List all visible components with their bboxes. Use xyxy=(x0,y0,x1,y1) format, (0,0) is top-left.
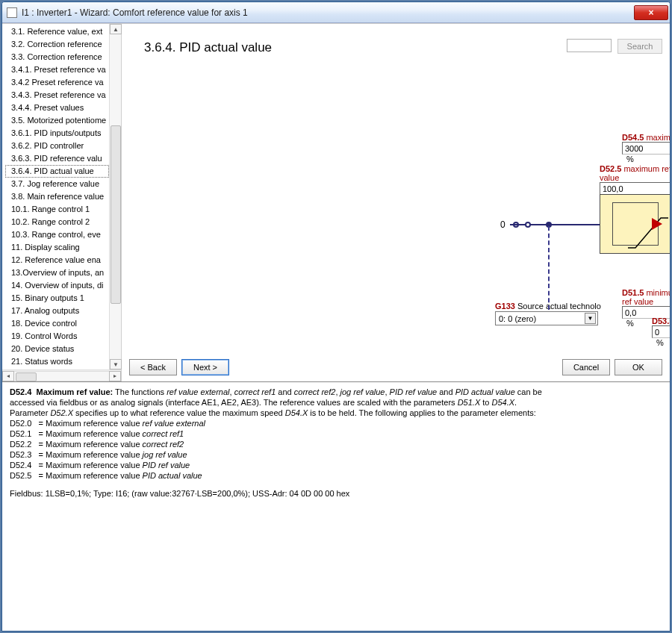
tree-item[interactable]: 19. Control Words xyxy=(5,330,109,343)
help-panel: D52.4 Maximum ref value: The functions r… xyxy=(2,382,670,631)
scroll-right-icon[interactable]: ▸ xyxy=(109,371,121,381)
tree-item[interactable]: 14. Overview of inputs, di xyxy=(5,279,109,292)
dashed-wire xyxy=(548,226,550,310)
close-icon: × xyxy=(648,7,653,18)
param-code: G133 xyxy=(495,302,515,311)
param-desc: maximum speed xyxy=(646,133,671,142)
param-desc: Source actual technolo xyxy=(517,302,601,311)
nav-tree-wrap: 3.1. Reference value, ext3.2. Correction… xyxy=(2,24,122,381)
tree-vscrollbar[interactable]: ▲ ▼ xyxy=(109,24,121,369)
hscroll-track[interactable] xyxy=(14,371,109,381)
tree-item[interactable]: 10.1. Range control 1 xyxy=(5,203,109,216)
tree-item[interactable]: 3.3. Correction reference xyxy=(5,51,109,63)
ok-button[interactable]: OK xyxy=(615,359,662,375)
tree-item[interactable]: 3.5. Motorized potentiome xyxy=(5,114,109,127)
scroll-left-icon[interactable]: ◂ xyxy=(2,371,14,381)
next-button[interactable]: Next > xyxy=(181,359,229,375)
titlebar: I1 : Inverter1 - Wizard: Comfort referen… xyxy=(2,2,670,23)
ramp-icon xyxy=(626,212,670,252)
param-d53-5: D53.5 minimum speed % xyxy=(652,316,671,347)
param-code: D51.5 xyxy=(622,288,644,297)
tree-item[interactable]: 3.4.3. Preset reference va xyxy=(5,89,109,102)
diagram: D54.5 maximum speed % D52.5 maximum ref … xyxy=(256,99,662,344)
window: I1 : Inverter1 - Wizard: Comfort referen… xyxy=(1,1,671,632)
output-arrow-icon xyxy=(652,218,662,230)
help-row: D52.5 = Maximum reference value PID actu… xyxy=(10,470,662,481)
help-row: D52.2 = Maximum reference value correct … xyxy=(10,439,662,449)
upper-pane: 3.1. Reference value, ext3.2. Correction… xyxy=(2,24,670,382)
help-line1: D52.4 Maximum ref value: The functions r… xyxy=(10,387,662,397)
wizard-buttons: < Back Next > Cancel OK xyxy=(122,358,670,377)
help-row: D52.4 = Maximum reference value PID ref … xyxy=(10,460,662,470)
d52-5-input[interactable] xyxy=(600,182,671,195)
tree-hscrollbar[interactable]: ◂ ▸ xyxy=(2,369,121,381)
tree-item[interactable]: 3.2. Correction reference xyxy=(5,38,109,51)
d53-5-input[interactable] xyxy=(652,325,671,338)
node-open-icon xyxy=(525,222,531,228)
back-button[interactable]: < Back xyxy=(129,359,177,375)
unit: % xyxy=(626,319,634,328)
help-footer: Fieldbus: 1LSB=0,1%; Type: I16; (raw val… xyxy=(10,488,662,499)
hscroll-thumb[interactable] xyxy=(16,372,37,381)
help-row: D52.1 = Maximum reference value correct … xyxy=(10,428,662,439)
g133-dropdown[interactable]: 0: 0 (zero) ▼ xyxy=(495,311,598,325)
cancel-button[interactable]: Cancel xyxy=(562,359,610,375)
search-input[interactable] xyxy=(567,39,612,52)
tree-item[interactable]: 3.7. Jog reference value xyxy=(5,178,109,190)
unit: % xyxy=(626,155,634,163)
help-row: D52.3 = Maximum reference value jog ref … xyxy=(10,449,662,460)
tree-item[interactable]: 3.4.4. Preset values xyxy=(5,102,109,114)
tree-item[interactable]: 3.6.3. PID reference valu xyxy=(5,152,109,165)
tree-item[interactable]: 3.1. Reference value, ext xyxy=(5,25,109,38)
param-code: D52.5 xyxy=(600,164,621,173)
help-line2: accessed via fieldbus or as analog signa… xyxy=(10,397,662,408)
vscroll-thumb[interactable] xyxy=(111,125,121,304)
param-code: D54.5 xyxy=(622,133,644,142)
app-icon xyxy=(7,7,17,18)
body: 3.1. Reference value, ext3.2. Correction… xyxy=(2,23,670,631)
tree-item[interactable]: 20. Device status xyxy=(5,343,109,355)
tree-item[interactable]: 15. Binary outputs 1 xyxy=(5,292,109,305)
scroll-down-icon[interactable]: ▼ xyxy=(110,359,122,369)
tree-item[interactable]: 3.6.2. PID controller xyxy=(5,140,109,152)
window-title: I1 : Inverter1 - Wizard: Comfort referen… xyxy=(22,7,629,18)
zero-label: 0 xyxy=(500,218,509,231)
tree-item[interactable]: 12. Reference value ena xyxy=(5,254,109,266)
tree-item[interactable]: 17. Analog outputs xyxy=(5,305,109,317)
tree-item[interactable]: 18. Device control xyxy=(5,317,109,330)
tree-item[interactable]: 10.2. Range control 2 xyxy=(5,216,109,228)
main-panel: 3.6.4. PID actual value Search D54.5 max… xyxy=(122,24,670,381)
d54-5-input[interactable] xyxy=(622,142,671,155)
tree-item[interactable]: 11. Display scaling xyxy=(5,241,109,254)
tree-item[interactable]: 13.Overview of inputs, an xyxy=(5,266,109,279)
help-row: D52.0 = Maximum reference value ref valu… xyxy=(10,418,662,428)
param-d54-5: D54.5 maximum speed % xyxy=(622,133,671,163)
page-title: 3.6.4. PID actual value xyxy=(144,40,272,55)
unit: % xyxy=(656,338,664,347)
nav-tree[interactable]: 3.1. Reference value, ext3.2. Correction… xyxy=(2,24,109,369)
help-line3: Parameter D52.X specifies up to what ref… xyxy=(10,408,662,418)
vscroll-track[interactable] xyxy=(110,34,121,359)
chevron-down-icon: ▼ xyxy=(585,313,596,324)
tree-item[interactable]: 3.4.1. Preset reference va xyxy=(5,63,109,76)
tree-item[interactable]: 3.4.2 Preset reference va xyxy=(5,76,109,89)
tree-item[interactable]: 3.8. Main reference value xyxy=(5,190,109,203)
help-rows: D52.0 = Maximum reference value ref valu… xyxy=(10,418,662,481)
scroll-up-icon[interactable]: ▲ xyxy=(110,24,122,34)
tree-item[interactable]: 10.3. Range control, eve xyxy=(5,228,109,241)
dropdown-value: 0: 0 (zero) xyxy=(499,314,536,323)
tree-item[interactable]: 3.6.4. PID actual value xyxy=(5,165,109,178)
tree-item[interactable]: 21. Status words xyxy=(5,355,109,368)
close-button[interactable]: × xyxy=(634,5,668,20)
param-code: D53.5 xyxy=(652,316,671,325)
tree-item[interactable]: 3.6.1. PID inputs/outputs xyxy=(5,127,109,140)
search-button[interactable]: Search xyxy=(617,39,662,54)
